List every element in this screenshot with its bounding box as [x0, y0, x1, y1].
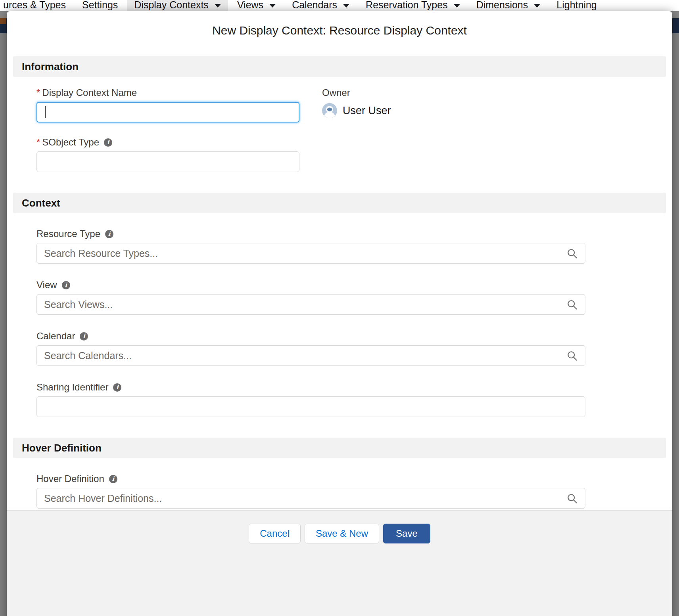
field-sharing-identifier: Sharing Identifier [36, 382, 672, 417]
hover-definition-search-input[interactable] [36, 488, 585, 509]
field-view: View [36, 279, 672, 315]
field-label: Sharing Identifier [36, 382, 672, 393]
section-heading-text: Hover Definition [22, 442, 102, 454]
field-hover-definition: Hover Definition [36, 473, 672, 509]
field-owner: Owner User User [322, 87, 391, 122]
field-sobject-type: * SObject Type [36, 137, 672, 172]
tab-calendars[interactable]: Calendars [292, 0, 349, 11]
field-label: View [36, 279, 672, 291]
tab-label: urces & Types [3, 0, 66, 11]
tab-label: Views [237, 0, 263, 11]
sharing-identifier-input[interactable] [36, 396, 585, 417]
view-search-input[interactable] [36, 294, 585, 315]
modal-title: New Display Context: Resource Display Co… [7, 11, 672, 37]
background-tabs: urces & Types Settings Display Contexts … [0, 0, 679, 11]
new-display-context-modal: New Display Context: Resource Display Co… [7, 11, 672, 616]
tab-label: Reservation Types [366, 0, 448, 11]
text-cursor [45, 106, 46, 118]
owner-name: User User [343, 105, 391, 117]
resource-type-search-input[interactable] [36, 243, 585, 264]
section-heading-text: Information [22, 61, 79, 73]
calendar-search-input[interactable] [36, 345, 585, 366]
info-icon[interactable] [109, 475, 117, 483]
save-and-new-button[interactable]: Save & New [305, 524, 379, 543]
section-heading-text: Context [22, 197, 60, 209]
info-icon[interactable] [104, 138, 112, 147]
cancel-button[interactable]: Cancel [249, 524, 301, 543]
section-header-information: Information [13, 56, 666, 77]
tab-label: Settings [82, 0, 118, 11]
info-icon[interactable] [113, 383, 121, 392]
tab-label: Calendars [292, 0, 337, 11]
tab-settings[interactable]: Settings [82, 0, 118, 11]
chevron-down-icon[interactable] [215, 4, 221, 8]
tab-views[interactable]: Views [237, 0, 276, 11]
tab-dimensions[interactable]: Dimensions [476, 0, 541, 11]
tab-display-contexts[interactable]: Display Contexts [127, 0, 228, 11]
field-label: Calendar [36, 331, 672, 342]
info-icon[interactable] [105, 230, 113, 238]
field-label: Owner [322, 87, 391, 98]
tab-label: Dimensions [476, 0, 528, 11]
field-label: Hover Definition [36, 473, 672, 484]
field-resource-type: Resource Type [36, 228, 672, 264]
tab-reservation-types[interactable]: Reservation Types [366, 0, 460, 11]
info-icon[interactable] [80, 332, 88, 341]
field-calendar: Calendar [36, 331, 672, 366]
tab-label: Display Contexts [134, 0, 209, 11]
modal-footer: Cancel Save & New Save [7, 510, 672, 616]
owner-avatar [322, 103, 337, 118]
tab-lightning[interactable]: Lightning [556, 0, 597, 11]
field-label: * Display Context Name [36, 87, 299, 98]
chevron-down-icon[interactable] [269, 4, 276, 8]
field-display-context-name: * Display Context Name [36, 87, 299, 122]
info-icon[interactable] [62, 281, 70, 289]
display-context-name-input[interactable] [36, 102, 299, 122]
field-label: Resource Type [36, 228, 672, 239]
tab-label: Lightning [556, 0, 597, 11]
save-button[interactable]: Save [383, 524, 430, 543]
section-header-context: Context [13, 193, 666, 213]
chevron-down-icon[interactable] [343, 4, 349, 8]
required-asterisk: * [36, 87, 40, 98]
background-tab-bar: urces & Types Settings Display Contexts … [0, 0, 679, 11]
field-label: * SObject Type [36, 137, 672, 148]
sobject-type-input[interactable] [36, 151, 299, 172]
chevron-down-icon[interactable] [454, 4, 460, 8]
section-header-hover-definition: Hover Definition [13, 438, 666, 458]
chevron-down-icon[interactable] [534, 4, 540, 8]
tab-resources-types[interactable]: urces & Types [3, 0, 66, 11]
required-asterisk: * [36, 137, 40, 148]
